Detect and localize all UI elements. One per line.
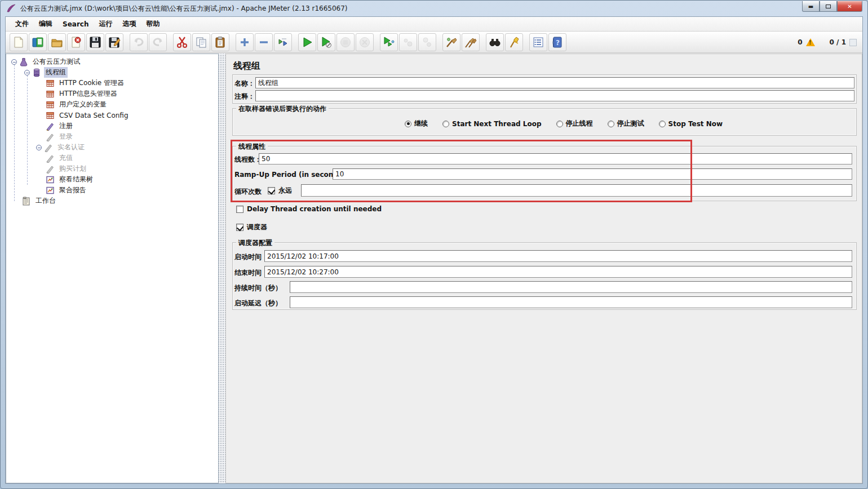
expand-all-button[interactable] (236, 33, 254, 51)
tree-item-sampler-register[interactable]: 注册 (46, 121, 74, 131)
forever-checkbox-row[interactable]: 永远 (268, 186, 292, 195)
tree-item-http-header-manager[interactable]: HTTP信息头管理器 (46, 88, 119, 99)
close-button[interactable]: ✕ (837, 1, 862, 12)
menu-search[interactable]: Search (57, 18, 94, 30)
delay-thread-checkbox[interactable] (236, 206, 243, 213)
tree-guide-line (14, 62, 15, 201)
tree-item-workbench[interactable]: 工作台 (22, 195, 57, 206)
clear-button[interactable] (442, 33, 460, 51)
cut-button[interactable] (173, 33, 191, 51)
tree-item-label[interactable]: 用户定义的变量 (57, 99, 108, 110)
test-plan-tree-panel[interactable]: 公有云压力测试 线程组 HTTP Cookie 管理器 HTTP信息头管理器 (6, 54, 219, 483)
tree-item-label[interactable]: 登录 (57, 131, 74, 142)
paste-clipboard-icon (214, 36, 227, 48)
error-count[interactable]: 0 (798, 38, 802, 46)
tree-item-label[interactable]: 注册 (57, 121, 74, 131)
tree-item-label[interactable]: HTTP Cookie 管理器 (57, 78, 126, 88)
search-button[interactable] (486, 33, 504, 51)
tree-item-label[interactable]: 公有云压力测试 (31, 56, 82, 67)
split-pane-divider[interactable] (219, 54, 225, 483)
radio-label: 停止线程 (566, 119, 593, 128)
minus-icon (258, 36, 270, 48)
paste-button[interactable] (211, 33, 229, 51)
copy-button[interactable] (192, 33, 210, 51)
tree-item-http-cookie-manager[interactable]: HTTP Cookie 管理器 (46, 78, 126, 88)
menu-options[interactable]: 选项 (117, 17, 141, 31)
tree-item-sampler-recharge[interactable]: 充值 (46, 153, 74, 163)
comment-input[interactable] (255, 90, 854, 101)
radio-continue[interactable]: 继续 (405, 119, 428, 128)
save-as-button[interactable] (105, 33, 123, 51)
scheduler-checkbox[interactable] (236, 224, 243, 231)
start-time-input[interactable] (264, 250, 852, 262)
close-file-button[interactable] (67, 33, 85, 51)
tree-item-label[interactable]: CSV Data Set Config (57, 111, 130, 120)
remote-start-all-button[interactable] (380, 33, 398, 51)
delay-thread-checkbox-row[interactable]: Delay Thread creation until needed (236, 205, 382, 213)
radio-dot-icon (442, 121, 449, 127)
scheduler-checkbox-row[interactable]: 调度器 (236, 223, 267, 232)
radio-start-next-loop[interactable]: Start Next Thread Loop (442, 120, 542, 128)
tree-item-test-plan[interactable]: 公有云压力测试 (11, 56, 82, 67)
redo-icon (152, 36, 164, 48)
tree-item-label[interactable]: 工作台 (34, 195, 57, 206)
templates-button[interactable] (29, 33, 47, 51)
radio-stop-test[interactable]: 停止测试 (608, 119, 644, 128)
tree-item-view-results-tree[interactable]: 察看结果树 (46, 174, 95, 185)
startup-delay-input[interactable] (290, 296, 852, 308)
remote-play-icon (383, 36, 395, 48)
warning-icon[interactable] (806, 38, 815, 46)
start-button[interactable] (298, 33, 316, 51)
menu-file[interactable]: 文件 (10, 17, 34, 31)
duration-input[interactable] (290, 281, 852, 293)
sampler-pen-icon (46, 132, 55, 141)
open-file-button[interactable] (48, 33, 66, 51)
sampler-pen-icon (46, 165, 55, 174)
error-action-box: 在取样器错误后要执行的动作 继续 Start Next Thread Loop … (232, 108, 857, 136)
search-reset-broom-icon (508, 36, 520, 48)
config-element-icon (46, 79, 55, 88)
toggle-button[interactable] (274, 33, 292, 51)
expand-knob-icon[interactable] (36, 145, 42, 150)
tree-item-label[interactable]: 聚合报告 (57, 185, 88, 195)
tree-item-sampler-realname-auth[interactable]: 实名认证 (36, 142, 86, 153)
tree-item-label[interactable]: 实名认证 (56, 142, 86, 153)
tree-item-user-defined-variables[interactable]: 用户定义的变量 (46, 99, 108, 110)
menu-edit[interactable]: 编辑 (34, 17, 57, 31)
loop-count-input[interactable] (301, 184, 852, 197)
save-button[interactable] (86, 33, 104, 51)
tree-item-sampler-buy-plan[interactable]: 购买计划 (46, 163, 88, 174)
menu-help[interactable]: 帮助 (141, 17, 165, 31)
rampup-input[interactable] (333, 168, 852, 180)
tree-item-label[interactable]: 察看结果树 (57, 174, 95, 185)
menubar: 文件 编辑 Search 运行 选项 帮助 (6, 17, 862, 32)
thread-indicator (849, 39, 857, 46)
tree-item-label[interactable]: HTTP信息头管理器 (57, 88, 119, 99)
radio-stop-test-now[interactable]: Stop Test Now (659, 120, 723, 128)
start-no-timers-button[interactable] (317, 33, 335, 51)
expand-knob-icon[interactable] (11, 59, 17, 65)
search-reset-button[interactable] (505, 33, 523, 51)
expand-knob-icon[interactable] (24, 70, 30, 75)
tree-item-thread-group[interactable]: 线程组 (24, 67, 68, 78)
num-threads-input[interactable] (259, 153, 852, 165)
tree-item-label[interactable]: 充值 (57, 153, 74, 163)
end-time-input[interactable] (264, 266, 852, 278)
name-input[interactable] (255, 77, 854, 88)
minimize-button[interactable]: ▬ (802, 1, 820, 12)
new-file-button[interactable] (10, 33, 28, 51)
menu-run[interactable]: 运行 (94, 17, 117, 31)
shutdown-button (356, 33, 374, 51)
forever-checkbox[interactable] (268, 187, 275, 194)
radio-stop-thread[interactable]: 停止线程 (556, 119, 593, 128)
tree-item-csv-data-set-config[interactable]: CSV Data Set Config (46, 110, 130, 121)
tree-item-aggregate-report[interactable]: 聚合报告 (46, 185, 88, 195)
collapse-all-button[interactable] (255, 33, 273, 51)
help-button[interactable]: ? (548, 33, 566, 51)
maximize-button[interactable] (820, 1, 837, 12)
function-helper-button[interactable] (529, 33, 547, 51)
tree-item-sampler-login[interactable]: 登录 (46, 131, 74, 142)
tree-item-label[interactable]: 购买计划 (57, 163, 88, 174)
clear-all-button[interactable] (462, 33, 480, 51)
tree-item-label[interactable]: 线程组 (44, 67, 68, 78)
